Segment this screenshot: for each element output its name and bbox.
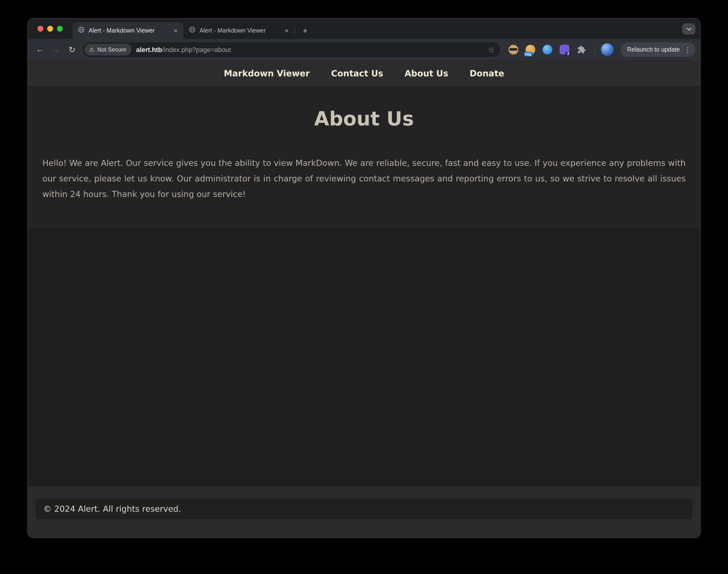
security-label: Not Secure [97,46,126,53]
copyright-box: © 2024 Alert. All rights reserved. [35,498,693,520]
about-paragraph: Hello! We are Alert. Our service gives y… [42,155,686,202]
tab-alert-markdown-viewer-inactive[interactable]: Alert - Markdown Viewer × [184,23,294,39]
tab-close-icon[interactable]: × [283,27,290,35]
url-host: alert.htb [136,46,162,53]
toolbar-divider [594,45,595,54]
extension-disguise-icon[interactable] [507,43,520,56]
bookmark-star-icon[interactable]: ☆ [484,45,495,54]
tab-divider [294,27,295,34]
relaunch-label: Relaunch to update [627,46,680,53]
page-title: About Us [28,108,700,130]
globe-favicon-icon [78,26,85,35]
tab-title: Alert - Markdown Viewer [200,27,279,34]
browser-window: Alert - Markdown Viewer × Alert - Markdo… [28,18,700,537]
content-spacer [28,227,700,486]
tab-strip: Alert - Markdown Viewer × Alert - Markdo… [28,18,700,39]
url-text: alert.htb/index.php?page=about [136,46,231,53]
extension-count-badge: 3 [565,51,571,56]
extension-cookie-editor-icon[interactable]: http [524,43,536,56]
globe-favicon-icon [189,26,196,35]
warning-icon: ⚠ [89,47,94,52]
forward-button[interactable]: → [49,42,63,57]
fullscreen-window-button[interactable] [57,26,63,32]
back-button[interactable]: ← [33,42,47,57]
webpage-viewport: Markdown Viewer Contact Us About Us Dona… [28,60,700,537]
tab-close-icon[interactable]: × [172,27,179,35]
site-navbar: Markdown Viewer Contact Us About Us Dona… [28,60,700,86]
tab-search-button[interactable] [682,23,695,35]
page-footer: © 2024 Alert. All rights reserved. [28,486,700,537]
tab-alert-markdown-viewer-active[interactable]: Alert - Markdown Viewer × [73,23,184,39]
desktop-background: Alert - Markdown Viewer × Alert - Markdo… [0,0,728,574]
address-bar[interactable]: ⚠ Not Secure alert.htb/index.php?page=ab… [83,42,500,57]
extension-purple-icon[interactable]: 3 [558,43,571,56]
close-window-button[interactable] [37,26,43,32]
blue-circle-icon [542,45,552,54]
extension-blue-icon[interactable] [541,43,554,56]
browser-toolbar: ← → ↻ ⚠ Not Secure alert.htb/index.php?p… [28,39,700,60]
nav-markdown-viewer[interactable]: Markdown Viewer [224,68,310,78]
disguise-face-icon [508,45,518,54]
security-chip[interactable]: ⚠ Not Secure [84,44,131,55]
url-path: /index.php?page=about [162,46,231,53]
reload-button[interactable]: ↻ [65,42,79,57]
minimize-window-button[interactable] [47,26,53,32]
new-tab-button[interactable]: + [299,24,312,37]
nav-contact-us[interactable]: Contact Us [331,68,383,78]
tabs-container: Alert - Markdown Viewer × Alert - Markdo… [73,18,312,39]
chevron-down-icon [686,26,692,32]
browser-menu-kebab-icon[interactable]: ⋮ [683,46,692,53]
nav-donate[interactable]: Donate [470,68,504,78]
extensions-puzzle-button[interactable] [575,43,588,56]
window-controls [37,26,63,32]
puzzle-icon [577,45,586,54]
copyright-text: © 2024 Alert. All rights reserved. [43,504,181,514]
about-section: About Us Hello! We are Alert. Our servic… [28,86,700,227]
profile-avatar[interactable] [601,43,613,56]
http-badge: http [524,52,532,56]
tab-title: Alert - Markdown Viewer [89,27,168,34]
nav-about-us[interactable]: About Us [405,68,448,78]
relaunch-update-button[interactable]: Relaunch to update ⋮ [620,42,695,57]
